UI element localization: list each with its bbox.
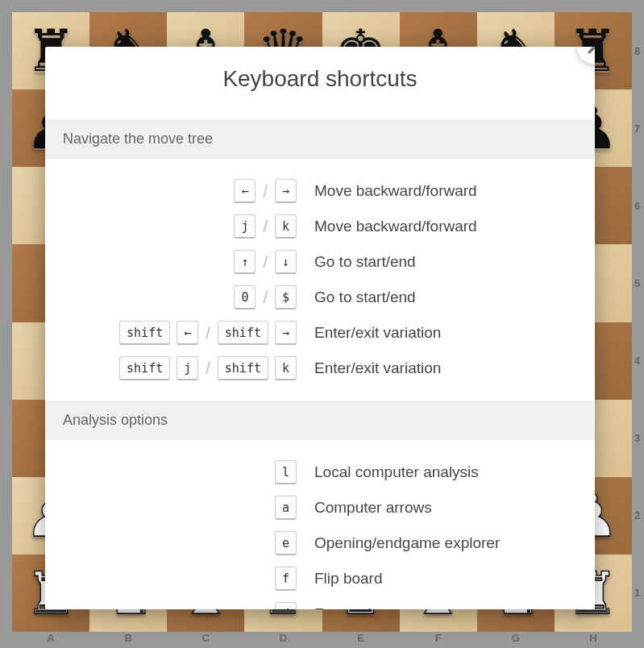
rank-label: 5 [632,244,642,322]
shortcut-description: Go to start/end [297,253,416,271]
shortcut-description: Computer arrows [297,499,432,517]
key: a [275,496,297,520]
key: l [275,460,297,484]
key: e [275,531,297,555]
key: shift [218,321,268,345]
key: / [275,602,297,609]
shortcut-row: 0/$Go to start/end [45,280,595,315]
shortcut-keys: j/k [63,214,297,239]
rank-label: 4 [632,322,642,400]
file-label: F [400,632,477,648]
rank-label: 2 [632,477,642,555]
shortcut-row: aComputer arrows [45,490,595,525]
key: shift [119,321,170,345]
shortcut-description: Enter/exit variation [297,359,441,377]
key: k [275,356,297,380]
rank-coordinates: 87654321 [632,12,642,632]
shortcut-keys: e [63,531,297,555]
file-label: B [89,632,167,648]
shortcut-keys: shiftj/shiftk [63,356,297,380]
shortcut-row: ←/→Move backward/forward [45,173,595,209]
section-header: Navigate the move tree [45,119,595,159]
key: shift [218,356,268,380]
file-label: G [477,632,555,648]
key-separator: / [262,218,268,236]
shortcut-description: Local computer analysis [297,463,479,481]
key-separator: / [205,324,211,343]
rank-label: 1 [632,555,642,632]
key: ← [234,179,256,203]
shortcut-row: eOpening/endgame explorer [45,525,595,561]
shortcut-description: Focus chat [297,605,389,609]
shortcut-keys: ↑/↓ [63,250,297,274]
file-coordinates: ABCDEFGH [12,632,632,648]
key: ↑ [234,250,256,274]
shortcut-keys: a [63,496,297,520]
shortcut-row: j/kMove backward/forward [45,209,595,244]
file-label: H [555,632,632,648]
section-rows: ←/→Move backward/forwardj/kMove backward… [45,159,595,401]
key: f [275,567,297,591]
key-separator: / [262,289,268,307]
section-header: Analysis options [45,401,595,440]
key: ↓ [275,250,297,274]
shortcut-keys: / [63,602,297,609]
shortcut-row: ↑/↓Go to start/end [45,244,595,280]
shortcut-description: Go to start/end [297,289,416,306]
key: k [275,214,297,239]
keyboard-shortcuts-dialog: Keyboard shortcuts Navigate the move tre… [45,47,595,609]
shortcut-description: Opening/endgame explorer [297,534,500,552]
shortcut-keys: l [63,460,297,484]
shortcut-row: /Focus chat [45,596,595,609]
key: j [177,356,198,380]
shortcut-row: fFlip board [45,561,595,596]
shortcut-keys: f [63,567,297,591]
file-label: C [167,632,244,648]
key-separator: / [262,182,268,201]
shortcut-keys: ←/→ [63,179,297,203]
dialog-title: Keyboard shortcuts [45,47,595,119]
shortcut-row: lLocal computer analysis [45,455,595,490]
file-label: A [12,632,89,648]
rank-label: 6 [632,167,642,244]
key: ← [177,321,198,345]
key: shift [119,356,170,380]
rank-label: 7 [632,89,642,167]
shortcut-description: Move backward/forward [297,182,477,200]
file-label: E [322,632,400,648]
key: j [234,214,256,239]
shortcut-keys: shift←/shift→ [63,321,297,345]
key-separator: / [205,359,211,378]
close-icon [588,47,595,54]
section-rows: lLocal computer analysisaComputer arrows… [45,440,595,609]
shortcut-row: shift←/shift→Enter/exit variation [45,315,595,351]
key-separator: / [262,253,268,272]
shortcut-row: shiftj/shiftkEnter/exit variation [45,351,595,386]
key: → [275,321,297,345]
key: → [275,179,297,203]
shortcut-keys: 0/$ [63,285,297,309]
shortcut-description: Enter/exit variation [297,324,441,342]
shortcut-description: Move backward/forward [297,218,477,235]
key: 0 [234,285,256,309]
key: $ [275,285,297,309]
rank-label: 8 [632,12,642,89]
file-label: D [244,632,322,648]
rank-label: 3 [632,400,642,477]
shortcut-description: Flip board [297,570,383,588]
